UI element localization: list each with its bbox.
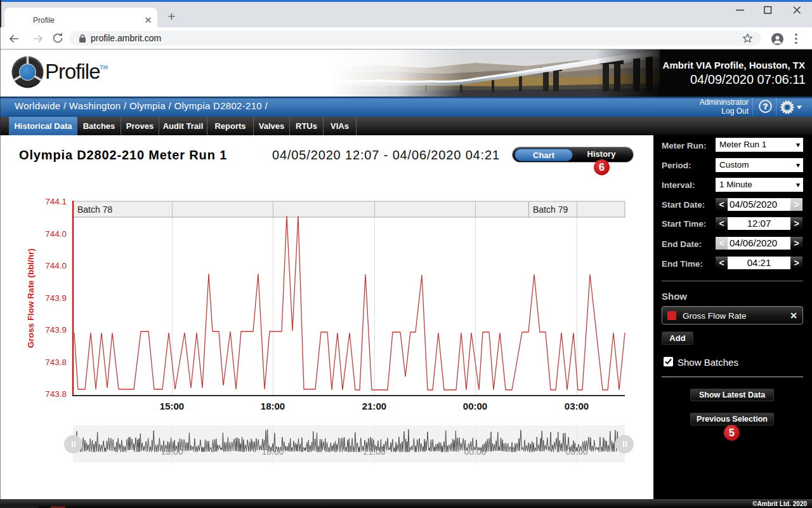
svg-text:?: ? [763, 102, 768, 111]
svg-text:Batch 78: Batch 78 [77, 204, 112, 215]
svg-text:Batch 79: Batch 79 [533, 204, 568, 215]
